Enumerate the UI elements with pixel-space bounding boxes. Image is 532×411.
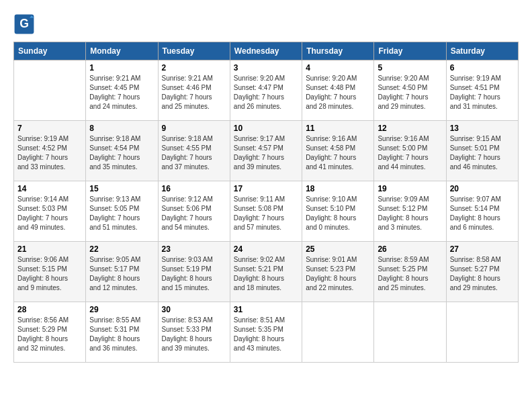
day-cell: 8Sunrise: 9:18 AM Sunset: 4:54 PM Daylig… (86, 121, 158, 181)
day-cell: 31Sunrise: 8:51 AM Sunset: 5:35 PM Dayli… (230, 302, 302, 363)
day-cell: 25Sunrise: 9:01 AM Sunset: 5:23 PM Dayli… (302, 242, 374, 302)
day-info: Sunrise: 9:07 AM Sunset: 5:14 PM Dayligh… (450, 195, 515, 232)
day-cell: 19Sunrise: 9:09 AM Sunset: 5:12 PM Dayli… (374, 181, 446, 242)
day-number: 11 (306, 124, 370, 133)
day-number: 14 (17, 184, 82, 193)
day-info: Sunrise: 9:21 AM Sunset: 4:46 PM Dayligh… (162, 74, 226, 111)
day-number: 3 (234, 63, 298, 73)
day-cell (374, 302, 446, 363)
day-info: Sunrise: 9:18 AM Sunset: 4:55 PM Dayligh… (162, 134, 226, 172)
col-header-tuesday: Tuesday (158, 42, 230, 60)
day-info: Sunrise: 9:10 AM Sunset: 5:10 PM Dayligh… (306, 195, 370, 232)
day-info: Sunrise: 9:20 AM Sunset: 4:47 PM Dayligh… (234, 74, 298, 111)
day-cell: 9Sunrise: 9:18 AM Sunset: 4:55 PM Daylig… (158, 121, 230, 181)
day-cell: 23Sunrise: 9:03 AM Sunset: 5:19 PM Dayli… (158, 242, 230, 302)
day-cell: 18Sunrise: 9:10 AM Sunset: 5:10 PM Dayli… (302, 181, 374, 242)
logo-icon: G (13, 13, 35, 35)
day-info: Sunrise: 9:18 AM Sunset: 4:54 PM Dayligh… (89, 134, 154, 172)
day-cell: 3Sunrise: 9:20 AM Sunset: 4:47 PM Daylig… (230, 60, 302, 121)
day-info: Sunrise: 8:55 AM Sunset: 5:31 PM Dayligh… (89, 316, 154, 353)
day-info: Sunrise: 9:09 AM Sunset: 5:12 PM Dayligh… (378, 195, 442, 232)
calendar-body: 1Sunrise: 9:21 AM Sunset: 4:45 PM Daylig… (14, 60, 519, 363)
day-number: 20 (450, 184, 515, 193)
day-number: 25 (306, 244, 370, 254)
col-header-friday: Friday (374, 42, 446, 60)
day-cell: 14Sunrise: 9:14 AM Sunset: 5:03 PM Dayli… (14, 181, 86, 242)
day-number: 31 (234, 305, 298, 314)
day-cell: 22Sunrise: 9:05 AM Sunset: 5:17 PM Dayli… (86, 242, 158, 302)
day-cell: 13Sunrise: 9:15 AM Sunset: 5:01 PM Dayli… (446, 121, 518, 181)
day-number: 19 (378, 184, 442, 193)
day-info: Sunrise: 9:11 AM Sunset: 5:08 PM Dayligh… (234, 195, 298, 232)
calendar-table: SundayMondayTuesdayWednesdayThursdayFrid… (13, 42, 519, 363)
day-info: Sunrise: 8:59 AM Sunset: 5:25 PM Dayligh… (378, 255, 442, 293)
day-cell: 21Sunrise: 9:06 AM Sunset: 5:15 PM Dayli… (14, 242, 86, 302)
day-cell (302, 302, 374, 363)
day-cell: 7Sunrise: 9:19 AM Sunset: 4:52 PM Daylig… (14, 121, 86, 181)
day-info: Sunrise: 9:15 AM Sunset: 5:01 PM Dayligh… (450, 134, 515, 172)
day-number: 18 (306, 184, 370, 193)
day-info: Sunrise: 8:51 AM Sunset: 5:35 PM Dayligh… (234, 316, 298, 353)
week-row-5: 28Sunrise: 8:56 AM Sunset: 5:29 PM Dayli… (14, 302, 519, 363)
svg-text:G: G (19, 17, 29, 30)
day-number: 26 (378, 244, 442, 254)
day-number: 15 (89, 184, 154, 193)
day-number: 21 (17, 244, 82, 254)
col-header-monday: Monday (86, 42, 158, 60)
day-cell: 20Sunrise: 9:07 AM Sunset: 5:14 PM Dayli… (446, 181, 518, 242)
col-header-wednesday: Wednesday (230, 42, 302, 60)
day-number: 23 (162, 244, 226, 254)
day-number: 13 (450, 124, 515, 133)
day-info: Sunrise: 9:16 AM Sunset: 5:00 PM Dayligh… (378, 134, 442, 172)
day-number: 5 (378, 63, 442, 73)
day-number: 4 (306, 63, 370, 73)
day-cell: 5Sunrise: 9:20 AM Sunset: 4:50 PM Daylig… (374, 60, 446, 121)
day-number: 29 (89, 305, 154, 314)
day-cell: 12Sunrise: 9:16 AM Sunset: 5:00 PM Dayli… (374, 121, 446, 181)
week-row-2: 7Sunrise: 9:19 AM Sunset: 4:52 PM Daylig… (14, 121, 519, 181)
day-info: Sunrise: 8:56 AM Sunset: 5:29 PM Dayligh… (17, 316, 82, 353)
day-number: 2 (162, 63, 226, 73)
day-info: Sunrise: 9:17 AM Sunset: 4:57 PM Dayligh… (234, 134, 298, 172)
day-number: 27 (450, 244, 515, 254)
day-cell: 4Sunrise: 9:20 AM Sunset: 4:48 PM Daylig… (302, 60, 374, 121)
day-cell: 24Sunrise: 9:02 AM Sunset: 5:21 PM Dayli… (230, 242, 302, 302)
day-info: Sunrise: 9:01 AM Sunset: 5:23 PM Dayligh… (306, 255, 370, 293)
day-info: Sunrise: 9:14 AM Sunset: 5:03 PM Dayligh… (17, 195, 82, 232)
day-number: 9 (162, 124, 226, 133)
day-info: Sunrise: 9:21 AM Sunset: 4:45 PM Dayligh… (89, 74, 154, 111)
day-cell: 28Sunrise: 8:56 AM Sunset: 5:29 PM Dayli… (14, 302, 86, 363)
day-info: Sunrise: 8:58 AM Sunset: 5:27 PM Dayligh… (450, 255, 515, 293)
day-cell: 2Sunrise: 9:21 AM Sunset: 4:46 PM Daylig… (158, 60, 230, 121)
day-cell (446, 302, 518, 363)
day-number: 17 (234, 184, 298, 193)
day-info: Sunrise: 9:02 AM Sunset: 5:21 PM Dayligh… (234, 255, 298, 293)
day-number: 30 (162, 305, 226, 314)
day-number: 12 (378, 124, 442, 133)
week-row-1: 1Sunrise: 9:21 AM Sunset: 4:45 PM Daylig… (14, 60, 519, 121)
day-number: 8 (89, 124, 154, 133)
day-number: 16 (162, 184, 226, 193)
day-info: Sunrise: 8:53 AM Sunset: 5:33 PM Dayligh… (162, 316, 226, 353)
col-header-saturday: Saturday (446, 42, 518, 60)
week-row-3: 14Sunrise: 9:14 AM Sunset: 5:03 PM Dayli… (14, 181, 519, 242)
day-cell: 26Sunrise: 8:59 AM Sunset: 5:25 PM Dayli… (374, 242, 446, 302)
day-info: Sunrise: 9:06 AM Sunset: 5:15 PM Dayligh… (17, 255, 82, 293)
day-info: Sunrise: 9:19 AM Sunset: 4:51 PM Dayligh… (450, 74, 515, 111)
day-number: 22 (89, 244, 154, 254)
day-info: Sunrise: 9:05 AM Sunset: 5:17 PM Dayligh… (89, 255, 154, 293)
day-cell: 6Sunrise: 9:19 AM Sunset: 4:51 PM Daylig… (446, 60, 518, 121)
day-cell: 10Sunrise: 9:17 AM Sunset: 4:57 PM Dayli… (230, 121, 302, 181)
day-number: 24 (234, 244, 298, 254)
col-header-thursday: Thursday (302, 42, 374, 60)
day-cell: 1Sunrise: 9:21 AM Sunset: 4:45 PM Daylig… (86, 60, 158, 121)
day-cell (14, 60, 86, 121)
day-cell: 29Sunrise: 8:55 AM Sunset: 5:31 PM Dayli… (86, 302, 158, 363)
day-info: Sunrise: 9:20 AM Sunset: 4:48 PM Dayligh… (306, 74, 370, 111)
day-number: 1 (89, 63, 154, 73)
col-header-sunday: Sunday (14, 42, 86, 60)
day-number: 28 (17, 305, 82, 314)
day-info: Sunrise: 9:19 AM Sunset: 4:52 PM Dayligh… (17, 134, 82, 172)
column-headers: SundayMondayTuesdayWednesdayThursdayFrid… (14, 42, 519, 60)
day-cell: 27Sunrise: 8:58 AM Sunset: 5:27 PM Dayli… (446, 242, 518, 302)
